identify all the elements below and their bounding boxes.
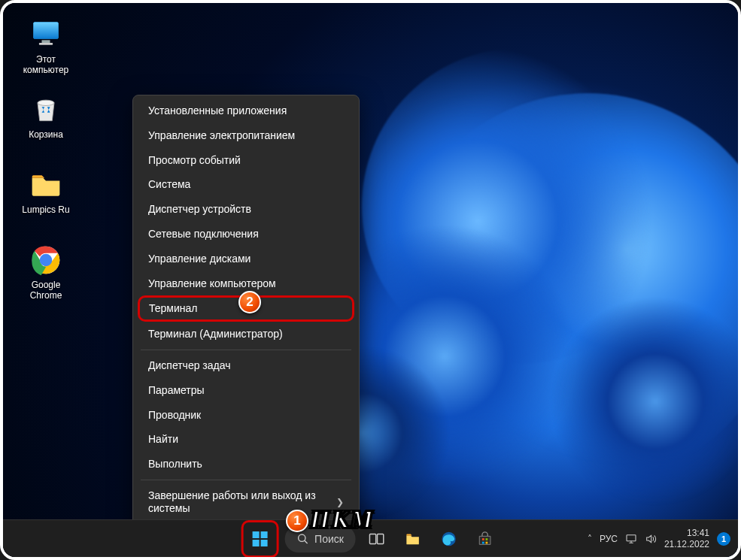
menu-item-label: Выполнить — [148, 458, 202, 471]
menu-item-network[interactable]: Сетевые подключения — [133, 222, 359, 247]
network-icon[interactable] — [625, 533, 637, 545]
menu-item-explorer[interactable]: Проводник — [133, 403, 359, 428]
svg-rect-15 — [378, 534, 384, 543]
svg-rect-10 — [252, 540, 259, 546]
edge-icon — [441, 531, 457, 547]
menu-item-system[interactable]: Система — [133, 172, 359, 197]
menu-item-run[interactable]: Выполнить — [133, 452, 359, 477]
desktop-icon-recycle-bin[interactable]: Корзина — [17, 93, 75, 140]
desktop-icon-this-pc[interactable]: Этот компьютер — [17, 18, 75, 75]
svg-rect-14 — [370, 534, 376, 543]
desktop-icon-label: Корзина — [29, 129, 63, 140]
taskbar-store[interactable] — [470, 524, 500, 554]
menu-item-label: Завершение работы или выход из системы — [148, 489, 336, 515]
desktop-wallpaper — [3, 3, 738, 557]
svg-point-12 — [298, 534, 305, 541]
desktop-icon-chrome[interactable]: Google Chrome — [17, 244, 75, 301]
menu-item-terminal-admin[interactable]: Терминал (Администратор) — [133, 322, 359, 347]
monitor-icon — [29, 18, 62, 51]
menu-item-label: Параметры — [148, 384, 205, 397]
svg-line-13 — [304, 540, 307, 543]
svg-rect-8 — [252, 531, 259, 538]
desktop-icon-label: Google Chrome — [30, 280, 62, 301]
tray-overflow-button[interactable]: ˄ — [588, 534, 592, 544]
notification-badge[interactable]: 1 — [717, 532, 730, 546]
recycle-bin-icon — [29, 93, 62, 126]
menu-item-label: Управление дисками — [148, 253, 251, 265]
menu-item-device-manager[interactable]: Диспетчер устройств — [133, 197, 359, 222]
svg-rect-17 — [482, 538, 484, 540]
menu-item-label: Проводник — [148, 409, 201, 422]
start-button[interactable] — [244, 524, 275, 554]
svg-rect-1 — [34, 23, 59, 39]
language-indicator[interactable]: РУС — [600, 534, 618, 544]
annotation-pkm-label: ПКМ — [310, 505, 375, 534]
search-icon — [296, 533, 308, 545]
taskbar-explorer[interactable] — [398, 524, 428, 554]
menu-item-installed-apps[interactable]: Установленные приложения — [133, 98, 359, 123]
menu-item-label: Просмотр событий — [148, 154, 241, 167]
winx-context-menu: Установленные приложения Управление элек… — [132, 95, 360, 549]
svg-point-4 — [38, 100, 54, 105]
svg-rect-18 — [486, 538, 488, 540]
menu-item-label: Терминал (Администратор) — [148, 328, 283, 341]
chrome-icon — [29, 244, 62, 277]
annotation-highlight-start — [241, 520, 278, 558]
svg-rect-21 — [627, 534, 636, 540]
desktop-icon-label: Lumpics Ru — [22, 204, 69, 215]
menu-item-settings[interactable]: Параметры — [133, 378, 359, 403]
taskbar-search-label: Поиск — [314, 533, 344, 545]
annotation-badge-2: 2 — [238, 291, 261, 313]
taskbar-clock[interactable]: 13:41 21.12.2022 — [664, 528, 709, 549]
svg-rect-9 — [260, 531, 267, 538]
menu-item-disk-mgmt[interactable]: Управление дисками — [133, 247, 359, 271]
system-tray — [625, 533, 657, 545]
menu-item-task-manager[interactable]: Диспетчер задач — [133, 353, 359, 378]
menu-item-label: Установленные приложения — [148, 104, 287, 117]
menu-item-label: Управление электропитанием — [148, 129, 295, 142]
menu-item-label: Управление компьютером — [148, 277, 276, 290]
menu-item-label: Диспетчер задач — [148, 359, 231, 372]
folder-icon — [29, 168, 62, 201]
menu-item-power-options[interactable]: Управление электропитанием — [133, 123, 359, 148]
menu-item-label: Терминал — [149, 302, 197, 315]
menu-item-label: Диспетчер устройств — [148, 203, 251, 216]
menu-item-event-viewer[interactable]: Просмотр событий — [133, 148, 359, 173]
clock-time: 13:41 — [664, 528, 709, 538]
taskbar-edge[interactable] — [434, 524, 464, 554]
clock-date: 21.12.2022 — [664, 539, 709, 549]
svg-rect-2 — [42, 40, 50, 43]
menu-separator — [141, 350, 351, 350]
svg-rect-3 — [39, 43, 53, 45]
svg-rect-19 — [482, 541, 484, 543]
store-icon — [477, 531, 493, 547]
svg-rect-11 — [260, 540, 267, 546]
menu-item-search[interactable]: Найти — [133, 427, 359, 452]
menu-item-label: Сетевые подключения — [148, 228, 259, 241]
desktop-icon-label: Этот компьютер — [23, 54, 69, 75]
svg-rect-20 — [486, 541, 488, 543]
desktop-icon-folder[interactable]: Lumpics Ru — [17, 168, 75, 215]
volume-icon[interactable] — [645, 533, 657, 545]
annotation-badge-1: 1 — [286, 510, 308, 532]
menu-item-label: Система — [148, 178, 190, 191]
menu-separator — [141, 480, 351, 480]
menu-item-label: Найти — [148, 433, 178, 446]
folder-icon — [405, 531, 421, 547]
windows-icon — [251, 530, 269, 548]
